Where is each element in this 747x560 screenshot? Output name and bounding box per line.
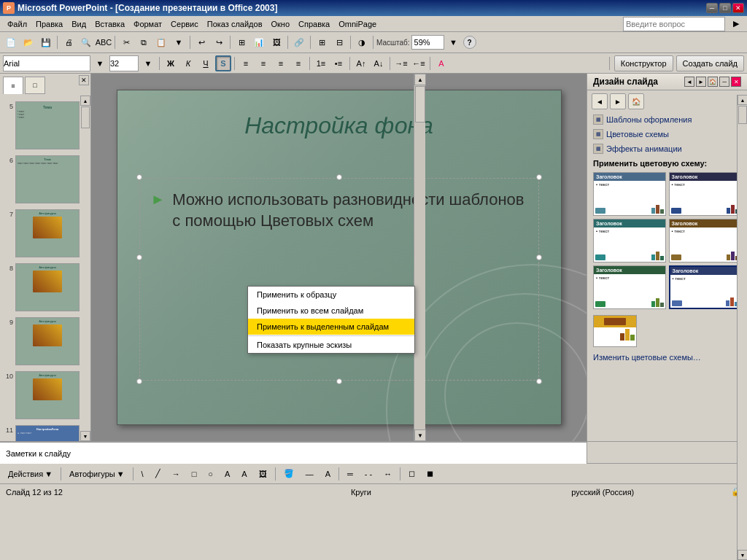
insert-table-button[interactable]: ⊞ — [233, 34, 249, 50]
new-button[interactable]: 📄 — [3, 34, 19, 50]
notes-input[interactable]: Заметки к слайду — [0, 442, 587, 464]
align-left-button[interactable]: ≡ — [238, 55, 254, 71]
nav-forward-button[interactable]: ► — [610, 93, 626, 109]
rp-scroll-down[interactable]: ▼ — [738, 550, 747, 560]
redo-button[interactable]: ↪ — [211, 34, 227, 50]
help-search-input[interactable] — [623, 17, 725, 31]
panel-forward-button[interactable]: ► — [696, 77, 706, 87]
open-button[interactable]: 📂 — [20, 34, 36, 50]
slide-preview-7[interactable]: Авт.фигуры — [15, 209, 80, 257]
insert-clip-button[interactable]: 🖼 — [268, 34, 285, 50]
font-size-input[interactable] — [109, 55, 139, 71]
numbering-button[interactable]: 1≡ — [313, 55, 329, 71]
tab-outline[interactable]: □ — [25, 77, 45, 94]
ctx-apply-all[interactable]: Применить ко всем слайдам — [248, 303, 414, 319]
bold-button[interactable]: Ж — [163, 55, 179, 71]
expand-button[interactable]: ⊞ — [314, 34, 330, 50]
actions-button[interactable]: Действия ▼ — [3, 466, 58, 482]
scheme-2[interactable]: Заголовок • текст — [669, 172, 742, 216]
change-schemes-link[interactable]: Изменить цветовые схемы… — [587, 350, 747, 365]
menu-slideshow[interactable]: Показ слайдов — [203, 18, 267, 30]
designer-button[interactable]: Конструктор — [614, 55, 673, 71]
slide-thumb-5[interactable]: 5 Тема • текст• текст• текст — [3, 100, 88, 151]
font-color-btn[interactable]: A — [320, 466, 336, 482]
increase-indent-button[interactable]: →≡ — [393, 55, 409, 71]
wordart-button[interactable]: A — [236, 466, 252, 482]
paste-special-button[interactable]: ▼ — [171, 34, 187, 50]
panel-close-button[interactable]: ✕ — [79, 75, 89, 85]
line-style-button[interactable]: ═ — [342, 466, 358, 482]
slide-preview-8[interactable]: Авт.фигуры — [15, 263, 80, 311]
handle-tl[interactable] — [136, 174, 142, 180]
scheme-3[interactable]: Заголовок • текст — [593, 219, 666, 262]
3d-style-button[interactable]: ◼ — [422, 466, 438, 482]
slide-thumb-8[interactable]: 8 Авт.фигуры — [3, 262, 88, 313]
cut-button[interactable]: ✂ — [118, 34, 134, 50]
cursor-button[interactable]: \ — [136, 466, 149, 482]
zoom-dropdown[interactable]: ▼ — [446, 34, 462, 50]
decrease-font-button[interactable]: A↓ — [371, 55, 387, 71]
preview-button[interactable]: 🔍 — [78, 34, 94, 50]
copy-button[interactable]: ⧉ — [136, 34, 152, 50]
grayscale-button[interactable]: ◑ — [354, 34, 370, 50]
print-button[interactable]: 🖨 — [61, 34, 77, 50]
panel-back-button[interactable]: ◄ — [684, 77, 694, 87]
bullets-button[interactable]: •≡ — [330, 55, 347, 71]
rp-scroll-thumb[interactable] — [738, 106, 747, 124]
size-dropdown[interactable]: ▼ — [140, 55, 156, 71]
handle-bm[interactable] — [336, 378, 342, 384]
line-button[interactable]: ╱ — [150, 466, 166, 482]
bottom-scheme-preview[interactable] — [593, 315, 637, 347]
shadow-button[interactable]: S — [215, 55, 231, 71]
minimize-button[interactable]: ─ — [706, 3, 718, 13]
align-center-button[interactable]: ≡ — [255, 55, 271, 71]
scroll-down-button[interactable]: ▼ — [414, 429, 426, 441]
italic-button[interactable]: К — [180, 55, 196, 71]
handle-bl[interactable] — [136, 378, 142, 384]
scheme-4[interactable]: Заголовок • текст — [669, 219, 742, 262]
menu-insert[interactable]: Вставка — [90, 18, 129, 30]
save-button[interactable]: 💾 — [38, 34, 54, 50]
undo-button[interactable]: ↩ — [193, 34, 209, 50]
zoom-input[interactable] — [411, 35, 444, 50]
content-vscrollbar[interactable]: ▲ ▼ — [414, 74, 425, 441]
arrow-button[interactable]: → — [167, 466, 185, 482]
handle-tm[interactable] — [336, 174, 342, 180]
increase-font-button[interactable]: A↑ — [353, 55, 369, 71]
ctx-show-large[interactable]: Показать крупные эскизы — [248, 337, 414, 353]
help-search-button[interactable]: ▶ — [728, 16, 744, 32]
slide-thumb-9[interactable]: 9 Авт.фигуры — [3, 316, 88, 367]
slide-preview-11[interactable]: НастройкаFона ► текст текст — [15, 425, 80, 441]
shadow-style-button[interactable]: ◻ — [403, 466, 420, 482]
menu-edit[interactable]: Правка — [31, 18, 67, 30]
dash-style-button[interactable]: - - — [360, 466, 377, 482]
oval-button[interactable]: ○ — [203, 466, 218, 482]
menu-window[interactable]: Окно — [267, 18, 295, 30]
justify-button[interactable]: ≡ — [290, 55, 306, 71]
collapse-button[interactable]: ⊟ — [331, 34, 347, 50]
scroll-up-button[interactable]: ▲ — [414, 74, 426, 85]
maximize-button[interactable]: □ — [719, 3, 731, 13]
fill-color-button[interactable]: 🪣 — [279, 466, 299, 482]
panel-minimize-button[interactable]: ─ — [719, 77, 729, 87]
handle-ml[interactable] — [136, 254, 142, 260]
rp-scroll-up[interactable]: ▲ — [738, 95, 747, 105]
autoshapes-button[interactable]: Автофигуры ▼ — [64, 466, 129, 482]
menu-view[interactable]: Вид — [67, 18, 90, 30]
scheme-5[interactable]: Заголовок • текст — [593, 265, 666, 309]
scheme-6[interactable]: Заголовок • текст — [669, 265, 742, 309]
align-right-button[interactable]: ≡ — [273, 55, 289, 71]
textbox-button[interactable]: A — [220, 466, 235, 482]
help-button[interactable]: ? — [463, 36, 476, 49]
slide-preview-9[interactable]: Авт.фигуры — [15, 317, 80, 365]
section-color-schemes[interactable]: ▦ Цветовые схемы — [587, 127, 747, 141]
paste-button[interactable]: 📋 — [153, 34, 169, 50]
decrease-indent-button[interactable]: ←≡ — [411, 55, 427, 71]
menu-help[interactable]: Справка — [294, 18, 334, 30]
slide-thumb-10[interactable]: 10 Авт.фигуры — [3, 370, 88, 421]
section-templates[interactable]: ▦ Шаблоны оформления — [587, 112, 747, 127]
create-slide-button[interactable]: Создать слайд — [676, 55, 744, 71]
line-color-button[interactable]: — — [301, 466, 319, 482]
slide-thumb-7[interactable]: 7 Авт.фигуры — [3, 208, 88, 259]
ctx-apply-master[interactable]: Применить к образцу — [248, 287, 414, 303]
